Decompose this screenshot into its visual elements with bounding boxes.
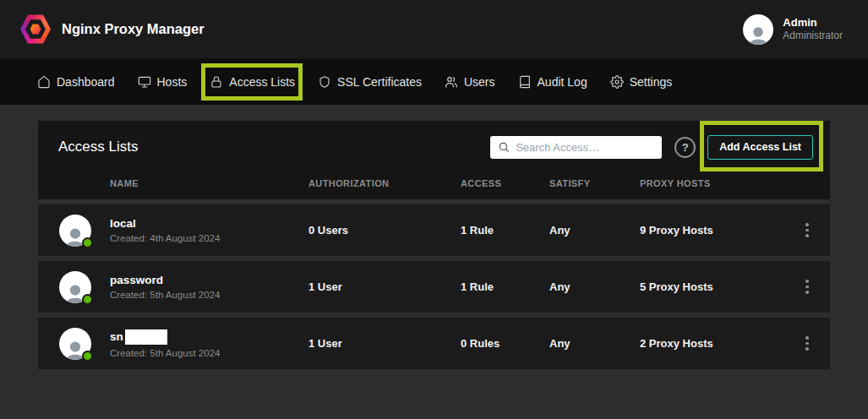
user-name: Admin bbox=[783, 16, 843, 30]
add-access-list-button[interactable]: Add Access List bbox=[707, 135, 813, 160]
app-brand[interactable]: Nginx Proxy Manager bbox=[20, 14, 205, 45]
created-date: Created: 4th August 2024 bbox=[110, 233, 308, 243]
row-avatar bbox=[59, 271, 91, 303]
user-menu[interactable]: Admin Administrator bbox=[743, 14, 843, 45]
nav-item-users[interactable]: Users bbox=[445, 75, 495, 89]
nav-label: Audit Log bbox=[538, 75, 587, 89]
column-header-authorization: AUTHORIZATION bbox=[308, 178, 461, 188]
access-lists-card: Access Lists ? Add Access List NAME AUTH… bbox=[38, 121, 830, 369]
access-list-name: sn bbox=[110, 330, 123, 343]
page-title: Access Lists bbox=[55, 139, 138, 155]
nav-label: Dashboard bbox=[57, 75, 115, 89]
table-row[interactable]: sn Created: 5th August 2024 1 User 0 Rul… bbox=[38, 318, 830, 369]
status-online-dot bbox=[82, 294, 93, 305]
row-actions-menu-button[interactable] bbox=[798, 333, 816, 354]
row-avatar bbox=[59, 328, 91, 360]
satisfy-cell: Any bbox=[549, 337, 640, 350]
row-actions-menu-button[interactable] bbox=[798, 276, 816, 297]
created-date: Created: 5th August 2024 bbox=[110, 348, 308, 358]
nav-item-settings[interactable]: Settings bbox=[610, 75, 673, 89]
proxy-hosts-cell: 9 Proxy Hosts bbox=[640, 224, 798, 237]
redaction-box bbox=[125, 329, 167, 345]
nav-label: Users bbox=[464, 75, 495, 89]
nav-item-access-lists[interactable]: Access Lists bbox=[210, 75, 295, 89]
access-list-name: local bbox=[110, 217, 136, 230]
page-content: Access Lists ? Add Access List NAME AUTH… bbox=[0, 105, 868, 369]
authorization-cell: 0 Users bbox=[308, 224, 461, 237]
authorization-cell: 1 User bbox=[308, 280, 461, 293]
row-avatar bbox=[59, 215, 91, 247]
search-input[interactable] bbox=[516, 141, 664, 154]
status-online-dot bbox=[82, 351, 93, 362]
card-header: Access Lists ? Add Access List NAME AUTH… bbox=[38, 121, 830, 199]
nav-label: SSL Certificates bbox=[337, 75, 422, 89]
user-role: Administrator bbox=[783, 30, 843, 42]
access-cell: 1 Rule bbox=[461, 224, 549, 237]
search-icon bbox=[498, 141, 510, 153]
app-title: Nginx Proxy Manager bbox=[62, 21, 205, 37]
nav-label: Access Lists bbox=[229, 75, 295, 89]
row-actions-menu-button[interactable] bbox=[798, 220, 816, 241]
gear-icon bbox=[610, 75, 624, 89]
created-date: Created: 5th August 2024 bbox=[110, 290, 308, 300]
nav-label: Settings bbox=[630, 75, 673, 89]
access-cell: 1 Rule bbox=[461, 280, 549, 293]
column-header-satisfy: SATISFY bbox=[549, 178, 640, 188]
app-header: Nginx Proxy Manager Admin Administrator bbox=[0, 0, 868, 58]
shield-icon bbox=[318, 75, 331, 89]
access-list-name: password bbox=[110, 274, 163, 286]
table-row[interactable]: local Created: 4th August 2024 0 Users 1… bbox=[38, 204, 830, 256]
nav-item-dashboard[interactable]: Dashboard bbox=[37, 75, 115, 89]
nav-label: Hosts bbox=[157, 75, 188, 89]
proxy-hosts-cell: 2 Proxy Hosts bbox=[640, 337, 798, 350]
table-header-row: NAME AUTHORIZATION ACCESS SATISFY PROXY … bbox=[55, 178, 813, 188]
proxy-hosts-cell: 5 Proxy Hosts bbox=[640, 280, 798, 293]
access-cell: 0 Rules bbox=[461, 337, 549, 350]
status-online-dot bbox=[82, 237, 93, 248]
user-avatar bbox=[743, 14, 773, 45]
nav-item-audit-log[interactable]: Audit Log bbox=[518, 75, 587, 89]
book-icon bbox=[518, 75, 532, 89]
main-nav: Dashboard Hosts Access Lists SSL Certifi… bbox=[0, 58, 868, 105]
column-header-name: NAME bbox=[110, 178, 308, 188]
satisfy-cell: Any bbox=[549, 224, 640, 237]
monitor-icon bbox=[138, 75, 151, 89]
table-body: local Created: 4th August 2024 0 Users 1… bbox=[38, 204, 830, 369]
nav-item-hosts[interactable]: Hosts bbox=[138, 75, 188, 89]
table-row[interactable]: password Created: 5th August 2024 1 User… bbox=[38, 261, 830, 313]
column-header-proxy-hosts: PROXY HOSTS bbox=[640, 178, 813, 188]
home-icon bbox=[37, 75, 51, 89]
nginx-proxy-manager-logo-icon bbox=[20, 14, 51, 45]
help-button[interactable]: ? bbox=[674, 137, 696, 158]
lock-icon bbox=[210, 75, 223, 89]
users-icon bbox=[445, 75, 458, 89]
satisfy-cell: Any bbox=[549, 280, 640, 293]
column-header-access: ACCESS bbox=[461, 178, 549, 188]
nav-item-ssl-certificates[interactable]: SSL Certificates bbox=[318, 75, 422, 89]
search-box bbox=[490, 136, 662, 159]
person-icon bbox=[745, 24, 771, 45]
authorization-cell: 1 User bbox=[308, 337, 461, 350]
